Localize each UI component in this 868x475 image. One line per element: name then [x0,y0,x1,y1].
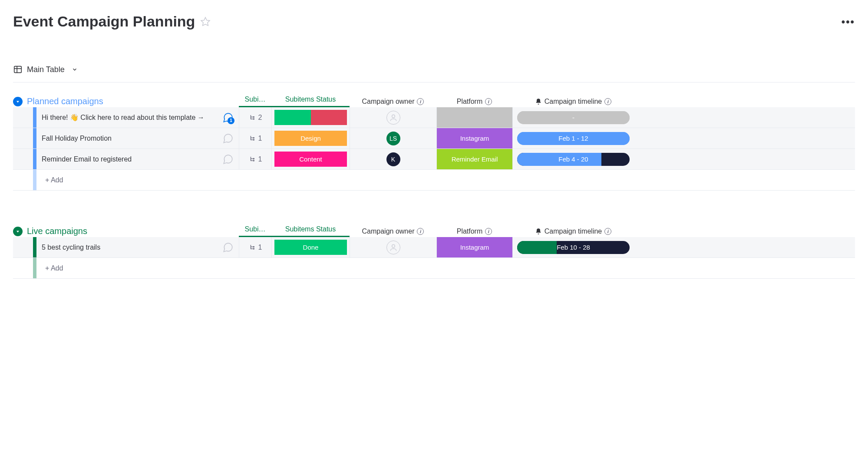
group-name[interactable]: Live campaigns [27,226,239,236]
column-header-subitems[interactable]: Subi… [239,225,271,237]
add-row[interactable]: + Add [13,170,855,191]
platform-cell[interactable] [436,107,512,128]
favorite-star-icon[interactable] [200,16,211,27]
svg-point-13 [253,246,254,247]
chevron-down-icon[interactable] [72,66,78,73]
svg-point-11 [253,160,254,161]
row-name: Hi there! 👋 Click here to read about thi… [42,113,219,122]
add-row-label: + Add [36,264,63,272]
owner-cell[interactable] [350,107,436,128]
owner-avatar-empty[interactable] [386,241,400,254]
table-row[interactable]: 5 best cycling trails1DoneInstagramFeb 1… [13,237,855,258]
svg-rect-1 [14,66,22,73]
column-header-platform[interactable]: Platform i [436,98,512,106]
column-header-timeline[interactable]: Campaign timeline i [512,98,634,106]
svg-marker-12 [17,231,19,232]
conversation-icon[interactable] [222,133,234,144]
timeline-bar[interactable]: - [517,111,630,124]
subitems-cell[interactable]: 1 [239,128,271,148]
owner-cell[interactable]: LS [350,128,436,148]
column-header-owner[interactable]: Campaign owner i [350,228,436,235]
svg-point-7 [392,115,395,118]
info-icon[interactable]: i [417,98,424,105]
svg-marker-0 [201,17,210,26]
svg-point-14 [253,248,254,249]
group-name[interactable]: Planned campaigns [27,96,239,106]
info-icon[interactable]: i [485,228,492,235]
column-header-status[interactable]: Subitems Status [271,225,350,237]
group: Planned campaignsSubi…Subitems StatusCam… [13,96,855,191]
add-row-label: + Add [36,176,63,184]
status-cell[interactable]: Design [271,128,350,148]
more-options-icon[interactable]: ••• [842,16,855,28]
row-color-stripe [33,237,36,257]
collapse-toggle[interactable] [13,97,23,106]
owner-avatar[interactable]: K [386,152,400,166]
timeline-bar[interactable]: Feb 10 - 28 [517,241,630,254]
timeline-cell[interactable]: - [512,107,634,128]
status-cell[interactable]: Done [271,237,350,257]
svg-point-6 [253,118,254,119]
group-header: Planned campaignsSubi…Subitems StatusCam… [13,96,855,107]
collapse-toggle[interactable] [13,227,23,236]
timeline-cell[interactable]: Feb 10 - 28 [512,237,634,257]
svg-point-5 [253,116,254,117]
group-header: Live campaignsSubi…Subitems StatusCampai… [13,225,855,237]
row-name: Reminder Email to registered [42,155,219,163]
svg-point-15 [392,244,395,247]
table-row[interactable]: Fall Holiday Promotion1DesignLSInstagram… [13,128,855,149]
conversation-icon[interactable] [222,154,234,165]
status-cell[interactable] [271,107,350,128]
info-icon[interactable]: i [604,98,611,105]
owner-avatar-empty[interactable] [386,111,400,125]
page-header: Event Campaign Planning ••• [13,13,855,30]
view-selector-bar: Main Table [13,65,855,82]
table-row[interactable]: Reminder Email to registered1ContentKRem… [13,149,855,170]
subitems-cell[interactable]: 2 [239,107,271,128]
column-header-owner[interactable]: Campaign owner i [350,98,436,106]
svg-point-9 [253,139,254,140]
view-name[interactable]: Main Table [27,65,65,74]
subitems-cell[interactable]: 1 [239,237,271,257]
column-header-subitems[interactable]: Subi… [239,96,271,107]
row-name-cell[interactable]: 5 best cycling trails [36,237,239,257]
owner-cell[interactable]: K [350,149,436,169]
platform-cell[interactable]: Instagram [436,237,512,257]
info-icon[interactable]: i [485,98,492,105]
group: Live campaignsSubi…Subitems StatusCampai… [13,225,855,279]
column-header-timeline[interactable]: Campaign timeline i [512,228,634,235]
platform-cell[interactable]: Instagram [436,128,512,148]
status-cell[interactable]: Content [271,149,350,169]
column-header-status[interactable]: Subitems Status [271,96,350,107]
svg-point-10 [253,158,254,159]
row-color-stripe [33,107,36,128]
row-color-stripe [33,128,36,148]
table-view-icon [13,65,23,74]
platform-cell[interactable]: Reminder Email [436,149,512,169]
svg-point-8 [253,137,254,138]
timeline-cell[interactable]: Feb 1 - 12 [512,128,634,148]
row-name-cell[interactable]: Fall Holiday Promotion [36,128,239,148]
row-color-stripe [33,149,36,169]
timeline-bar[interactable]: Feb 4 - 20 [517,153,630,166]
conversation-icon[interactable] [222,242,234,253]
owner-cell[interactable] [350,237,436,257]
timeline-bar[interactable]: Feb 1 - 12 [517,132,630,145]
page-title: Event Campaign Planning [13,13,195,30]
row-name-cell[interactable]: Reminder Email to registered [36,149,239,169]
row-name: 5 best cycling trails [42,244,219,251]
svg-marker-4 [17,101,19,102]
add-row[interactable]: + Add [13,258,855,279]
owner-avatar[interactable]: LS [386,132,400,145]
row-name-cell[interactable]: Hi there! 👋 Click here to read about thi… [36,107,239,128]
subitems-cell[interactable]: 1 [239,149,271,169]
info-icon[interactable]: i [604,228,611,235]
row-name: Fall Holiday Promotion [42,135,219,142]
column-header-platform[interactable]: Platform i [436,228,512,235]
info-icon[interactable]: i [417,228,424,235]
timeline-cell[interactable]: Feb 4 - 20 [512,149,634,169]
conversation-icon[interactable]: 1 [222,112,234,123]
table-row[interactable]: Hi there! 👋 Click here to read about thi… [13,107,855,128]
